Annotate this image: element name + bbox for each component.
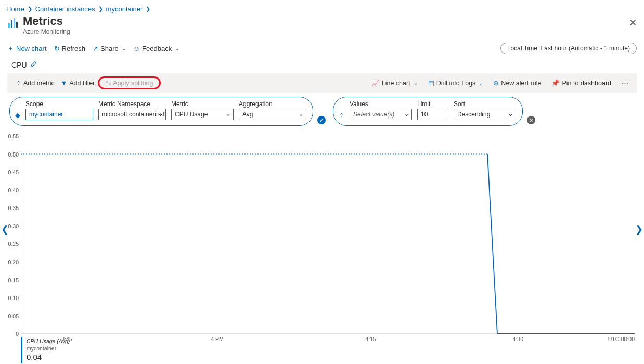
pin-icon: 📌 [551,79,560,87]
y-tick: 0.45 [8,169,19,175]
split-config: ⁘ Values Select value(s) Limit 10 Sort D… [333,97,523,126]
legend-value: 0.04 [27,352,70,362]
chevron-down-icon: ⌄ [122,46,126,51]
chevron-right-icon: ❯ [28,6,32,12]
y-tick: 0.20 [8,259,19,265]
svg-rect-0 [8,23,10,28]
time-range-picker[interactable]: Local Time: Last hour (Automatic - 1 min… [500,43,637,54]
metric-label: Metric [171,100,234,108]
x-tick: 3:45 [61,336,72,342]
smiley-icon: ☺ [133,45,140,53]
page-title: Metrics [23,15,70,28]
metrics-icon [7,17,19,30]
chevron-down-icon: ⌄ [414,80,418,86]
svg-rect-2 [14,18,15,28]
add-filter-button[interactable]: ▼ Add filter [58,79,98,88]
refresh-icon: ↻ [54,45,60,53]
split-icon: ⁘ [339,111,344,120]
values-select[interactable]: Select value(s) [350,109,412,120]
bc-home[interactable]: Home [6,5,24,13]
chevron-down-icon: ⌄ [175,46,179,51]
feedback-button[interactable]: ☺ Feedback ⌄ [133,45,179,53]
new-chart-button[interactable]: ＋ New chart [7,44,47,53]
limit-label: Limit [417,100,448,108]
chart-title-row: CPU [0,58,644,71]
close-button[interactable]: ✕ [629,15,637,29]
values-label: Values [350,100,412,108]
share-button[interactable]: ↗ Share ⌄ [93,45,126,53]
metric-select[interactable]: CPU Usage [171,109,234,120]
breadcrumb: Home ❯ Container instances ❯ mycontainer… [0,0,644,13]
chart-toolbar: ⁘ Add metric ▼ Add filter ⇆ Apply splitt… [7,73,637,93]
pin-dashboard-button[interactable]: 📌 Pin to dashboard [548,78,614,88]
x-tick: 4 PM [211,336,224,342]
y-tick: 0.50 [8,151,19,158]
add-metric-button[interactable]: ⁘ Add metric [12,78,58,88]
svg-rect-3 [16,22,18,28]
y-tick: 0.15 [8,277,19,283]
logs-icon: ▤ [428,79,434,87]
y-tick: 0.35 [8,205,19,211]
y-tick: 0.10 [8,295,19,301]
page-header: Metrics Azure Monitoring ✕ [0,13,644,38]
timezone-label: UTC-08:00 [608,336,635,342]
drill-logs-button[interactable]: ▤ Drill into Logs ⌄ [425,78,486,88]
namespace-select[interactable]: microsoft.containerinst... [98,109,166,120]
chart-title: CPU [11,61,27,69]
chevron-down-icon: ⌄ [479,80,483,86]
sort-label: Sort [454,100,516,108]
chart-area[interactable]: 0.55 0.50 0.45 0.40 0.35 0.30 0.25 0.20 … [21,136,635,334]
bc-container-instances[interactable]: Container instances [35,5,95,13]
apply-splitting-button[interactable]: ⇆ Apply splitting [98,76,161,89]
remove-icon[interactable]: ✕ [527,116,535,124]
chart-svg [21,136,635,334]
svg-rect-1 [11,20,12,28]
sort-select[interactable]: Descending [454,109,516,120]
new-alert-button[interactable]: ⊕ New alert rule [490,78,544,88]
scope-label: Scope [25,100,93,108]
chart-type-dropdown[interactable]: 📈 Line chart ⌄ [368,78,421,88]
aggregation-select[interactable]: Avg [239,109,306,120]
share-icon: ↗ [93,45,98,53]
y-tick: 0 [16,331,19,337]
x-tick: 4:30 [513,336,523,342]
namespace-label: Metric Namespace [98,100,166,108]
alert-icon: ⊕ [493,79,499,87]
chevron-right-icon: ❯ [98,6,103,12]
metric-selector: ◆ Scope mycontainer Metric Namespace mic… [9,97,313,126]
metric-config: ◆ Scope mycontainer Metric Namespace mic… [0,95,644,131]
chevron-right-icon: ❯ [146,6,150,12]
filter-icon: ▼ [61,80,67,87]
add-metric-icon: ⁘ [16,79,21,87]
limit-input[interactable]: 10 [417,109,448,120]
line-chart-icon: 📈 [371,79,380,87]
plus-icon: ＋ [7,44,14,53]
y-tick: 0.25 [8,241,19,247]
split-icon: ⇆ [106,80,111,87]
command-bar: ＋ New chart ↻ Refresh ↗ Share ⌄ ☺ Feedba… [0,38,644,58]
confirm-icon[interactable]: ✓ [317,116,326,124]
refresh-button[interactable]: ↻ Refresh [54,45,86,53]
y-tick: 0.55 [8,133,19,139]
scope-picker[interactable]: mycontainer [25,109,93,120]
page-subtitle: Azure Monitoring [23,28,70,35]
x-tick: 4:15 [365,336,376,342]
resource-icon: ◆ [15,111,20,120]
y-tick: 0.05 [8,313,19,319]
more-button[interactable]: ⋯ [619,78,632,88]
legend-resource: mycontainer [27,345,70,353]
y-tick: 0.40 [8,187,19,193]
bc-resource[interactable]: mycontainer [106,5,143,13]
next-arrow[interactable]: ❯ [635,224,643,235]
ellipsis-icon: ⋯ [622,79,628,87]
aggregation-label: Aggregation [239,100,306,108]
y-tick: 0.30 [8,223,19,229]
edit-icon[interactable] [30,60,37,69]
